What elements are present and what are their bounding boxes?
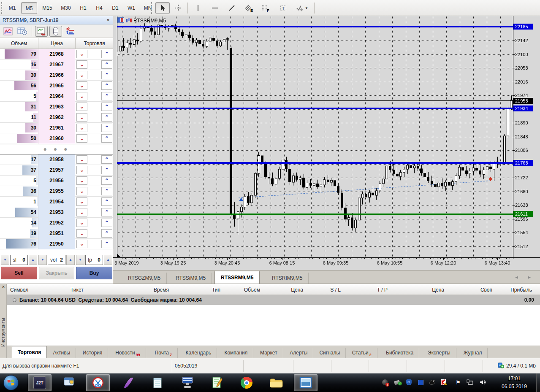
tool-crosshair-button[interactable] — [171, 2, 186, 14]
sell-arrow-button[interactable]: ⌄ — [76, 71, 87, 79]
tool-vertical-line-button[interactable] — [190, 2, 206, 14]
spinner-up-button[interactable]: ▲ — [104, 255, 112, 265]
sell-button[interactable]: Sell — [1, 267, 37, 279]
buy-arrow-button[interactable]: ⌃ — [101, 208, 112, 216]
dom-price-cell[interactable]: 21950 — [38, 239, 75, 249]
toolbox-tab-Журнал[interactable]: Журнал — [458, 348, 488, 359]
taskbar-app-remote-desktop[interactable] — [176, 374, 199, 391]
timeframe-H4-button[interactable]: H4 — [92, 2, 106, 14]
dom-price-cell[interactable]: 21961 — [38, 123, 75, 133]
buy-arrow-button[interactable]: ⌃ — [101, 176, 112, 185]
dom-ask-row[interactable]: 7921968⌄⌃ — [0, 49, 113, 59]
toolbox-vertical-tab[interactable]: Инструменты — [0, 309, 6, 356]
taskbar-clock[interactable]: 17:01 06.05.2019 — [495, 375, 533, 391]
spinner-tp-field[interactable]: tp0 — [85, 255, 103, 265]
dom-price-cell[interactable]: 21958 — [38, 154, 75, 165]
tray-kaspersky-icon[interactable] — [440, 378, 448, 386]
sell-arrow-button[interactable]: ⌄ — [76, 219, 87, 227]
tool-text-button[interactable]: T — [275, 2, 291, 14]
dom-ask-row[interactable]: 5021960⌄⌃ — [0, 133, 113, 144]
chart-tab-RTSGZM9M5[interactable]: RTSGZM9,M5 — [122, 273, 167, 284]
dom-bid-row[interactable]: 521956⌄⌃ — [0, 176, 113, 186]
sell-arrow-button[interactable]: ⌄ — [76, 103, 87, 111]
dom-ask-row[interactable]: 1121962⌄⌃ — [0, 112, 113, 123]
spinner-sl-field[interactable]: sl0 — [10, 255, 28, 265]
taskbar-app-snipping-tool[interactable] — [86, 374, 110, 391]
timeframe-M15-button[interactable]: M15 — [39, 2, 56, 14]
buy-button[interactable]: Buy — [76, 267, 112, 279]
dom-price-cell[interactable]: 21960 — [38, 133, 75, 144]
toolbox-tab-Сигналы[interactable]: Сигналы — [314, 348, 346, 359]
buy-arrow-button[interactable]: ⌃ — [101, 197, 112, 206]
toolbox-tab-Алерты[interactable]: Алерты — [284, 348, 313, 359]
dom-bid-row[interactable]: 1921951⌄⌃ — [0, 228, 113, 239]
dom-price-cell[interactable]: 21956 — [38, 176, 75, 186]
buy-arrow-button[interactable]: ⌃ — [101, 134, 112, 143]
dom-price-cell[interactable]: 21954 — [38, 197, 75, 207]
tray-device-ok-icon[interactable]: ✓ — [393, 378, 401, 386]
dom-ladder-icon[interactable] — [49, 26, 62, 37]
sell-arrow-button[interactable]: ⌄ — [76, 124, 87, 132]
sell-arrow-button[interactable]: ⌄ — [76, 197, 87, 206]
toolbox-tab-Компания[interactable]: Компания — [219, 348, 253, 359]
dom-price-cell[interactable]: 21955 — [38, 186, 75, 197]
tray-speaker-icon[interactable] — [479, 378, 486, 386]
dom-price-cell[interactable]: 21953 — [38, 207, 75, 218]
tool-trendline-button[interactable] — [224, 2, 240, 14]
tray-globe-alert-icon[interactable]: ! — [381, 378, 389, 386]
spinner-vol-field[interactable]: vol2 — [48, 255, 65, 265]
dom-bid-row[interactable]: 1721958⌄⌃ — [0, 154, 113, 165]
tick-chart-icon[interactable] — [2, 26, 14, 37]
tray-satellite-icon[interactable] — [429, 378, 436, 386]
timeframe-M1-button[interactable]: M1 — [5, 2, 19, 14]
buy-arrow-button[interactable]: ⌃ — [101, 103, 112, 111]
sell-arrow-button[interactable]: ⌄ — [76, 113, 87, 122]
dom-bid-row[interactable]: 121954⌄⌃ — [0, 197, 113, 207]
tray-card-icon[interactable]: ∷ — [417, 378, 424, 386]
toolbox-tab-Маркет[interactable]: Маркет — [255, 348, 283, 359]
close-icon[interactable]: × — [105, 17, 111, 24]
tool-equidistant-channel-button[interactable]: E — [241, 2, 258, 14]
sell-arrow-button[interactable]: ⌄ — [76, 50, 87, 58]
sell-arrow-button[interactable]: ⌄ — [76, 60, 87, 69]
spinner-down-button[interactable]: ▼ — [38, 255, 47, 265]
timeframe-H1-button[interactable]: H1 — [76, 2, 90, 14]
dom-price-cell[interactable]: 21963 — [38, 102, 75, 112]
buy-arrow-button[interactable]: ⌃ — [101, 229, 112, 238]
buy-arrow-button[interactable]: ⌃ — [101, 50, 112, 58]
sell-arrow-button[interactable]: ⌄ — [76, 155, 87, 164]
tray-shield-icon[interactable]: C — [405, 378, 412, 386]
buy-arrow-button[interactable]: ⌃ — [101, 187, 112, 195]
toolbox-tab-Эксперты[interactable]: Эксперты — [422, 348, 456, 359]
orders-history-icon[interactable] — [16, 26, 29, 37]
dom-title-bar[interactable]: RTSSRM9, SBRF-Jun19 × — [0, 16, 113, 24]
dom-bid-row[interactable]: 1421952⌄⌃ — [0, 218, 113, 228]
start-button[interactable] — [3, 375, 19, 390]
timeframe-M30-button[interactable]: M30 — [57, 2, 74, 14]
toolbox-tab-Статьи[interactable]: Статьи2 — [347, 348, 377, 359]
volume-profile-icon[interactable] — [64, 26, 76, 37]
dom-ask-row[interactable]: 3121963⌄⌃ — [0, 102, 113, 112]
chart-tab-RTSSRM9M5[interactable]: RTSSRM9,M5 — [214, 271, 260, 284]
tool-horizontal-line-button[interactable] — [207, 2, 223, 14]
sell-arrow-button[interactable]: ⌄ — [76, 208, 87, 216]
toolbox-tab-Библиотека[interactable]: Библиотека — [380, 348, 419, 359]
buy-arrow-button[interactable]: ⌃ — [101, 113, 112, 122]
dom-price-cell[interactable]: 21966 — [38, 70, 75, 81]
timeframe-W1-button[interactable]: W1 — [124, 2, 138, 14]
toolbox-close-icon[interactable]: × — [1, 285, 6, 290]
dom-ask-row[interactable]: 521964⌄⌃ — [0, 91, 113, 102]
taskbar-app-notepad[interactable] — [146, 374, 170, 391]
taskbar-app-feather[interactable] — [117, 374, 140, 391]
taskbar-app-folder[interactable] — [264, 374, 288, 391]
toolbox-tab-Календарь[interactable]: Календарь — [180, 348, 217, 359]
dom-price-cell[interactable]: 21962 — [38, 112, 75, 123]
toolbox-tab-Активы[interactable]: Активы — [48, 348, 76, 359]
tool-shapes-button[interactable]: ▼ — [292, 2, 312, 14]
timeframe-M5-button[interactable]: M5 — [21, 2, 37, 14]
dom-price-cell[interactable]: 21967 — [38, 59, 75, 70]
sell-arrow-button[interactable]: ⌄ — [76, 92, 87, 100]
spinner-up-button[interactable]: ▲ — [66, 255, 75, 265]
dom-bid-row[interactable]: 5421953⌄⌃ — [0, 207, 113, 218]
buy-arrow-button[interactable]: ⌃ — [101, 219, 112, 227]
